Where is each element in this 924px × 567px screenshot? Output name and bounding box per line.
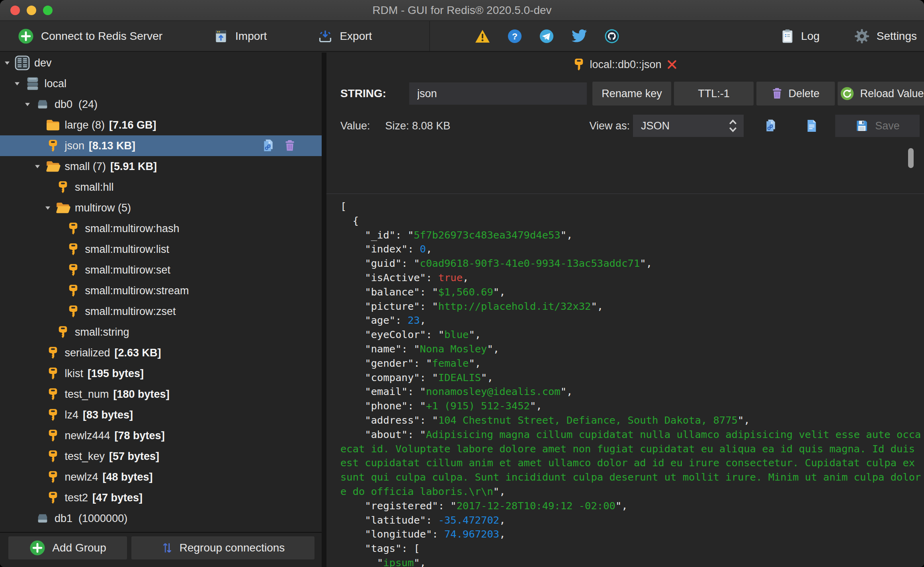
- code-line: est cupidatat cillum anim et amet ullamc…: [340, 456, 924, 470]
- twitter-icon[interactable]: [571, 29, 588, 44]
- tree-item-local[interactable]: local: [0, 73, 322, 94]
- trash-icon[interactable]: [284, 139, 295, 152]
- tree-item-size: [47 bytes]: [92, 492, 143, 504]
- tree-item-large-8-[interactable]: large (8)[7.16 GB]: [0, 115, 322, 135]
- tree-item-json[interactable]: json[8.13 KB]: [0, 135, 322, 156]
- tree-item-test2[interactable]: test2[47 bytes]: [0, 487, 322, 508]
- key-icon: [43, 346, 63, 360]
- connect-to-redis-server-button[interactable]: Connect to Redis Server: [18, 28, 162, 45]
- tree-item-small-multirow-stream[interactable]: small:multirow:stream: [0, 280, 322, 301]
- scrollbar-thumb[interactable]: [908, 148, 914, 168]
- help-icon[interactable]: ?: [507, 29, 522, 44]
- code-line: "company": "IDEALIS",: [340, 371, 924, 385]
- key-icon: [63, 243, 83, 256]
- warning-icon[interactable]: [475, 29, 490, 43]
- tree-item-test-key[interactable]: test_key[57 bytes]: [0, 446, 322, 467]
- tree-item-dev[interactable]: dev: [0, 53, 322, 73]
- export-icon: [318, 28, 333, 44]
- tab-title: local::db0::json: [590, 59, 661, 71]
- expand-arrow-icon[interactable]: [22, 101, 33, 108]
- close-tab-icon[interactable]: [666, 59, 678, 70]
- reload-value-button[interactable]: Reload Value: [838, 82, 924, 106]
- tree-item-newlz4[interactable]: newlz4[48 bytes]: [0, 467, 322, 487]
- toolbar-right: Log Settings: [781, 28, 924, 44]
- expand-arrow-icon[interactable]: [12, 80, 23, 87]
- value-label: Value:: [340, 120, 370, 132]
- expand-arrow-icon[interactable]: [32, 163, 43, 170]
- key-icon: [43, 450, 63, 463]
- toolbar-status-icons: ?: [430, 29, 619, 44]
- key-name-input[interactable]: [409, 82, 587, 105]
- close-window-button[interactable]: [10, 6, 20, 15]
- tree-item-label: small:multirow:zset: [85, 305, 176, 318]
- regroup-connections-button[interactable]: Regroup connections: [131, 536, 315, 559]
- tree-item-size: [180 bytes]: [113, 388, 170, 401]
- tree-item-db1[interactable]: db1(1000000): [0, 508, 322, 529]
- view-as-dropdown[interactable]: JSON: [633, 115, 744, 137]
- key-row: STRING: Rename key TTL:-1 Delete Reload …: [326, 76, 924, 111]
- tree-item-label: lkist: [65, 368, 84, 380]
- tree-item-small-hll[interactable]: small:hll: [0, 177, 322, 197]
- key-icon: [63, 284, 83, 297]
- connection-tree: devlocaldb0(24)large (8)[7.16 GB]json[8.…: [0, 53, 322, 532]
- telegram-icon[interactable]: [539, 29, 554, 44]
- tree-item-label: serialized: [65, 347, 110, 359]
- tree-item-size: [78 bytes]: [115, 430, 165, 442]
- tree-item-newlz444[interactable]: newlz444[78 bytes]: [0, 425, 322, 446]
- tree-item-size: [57 bytes]: [109, 450, 159, 463]
- tree-item-small-multirow-hash[interactable]: small:multirow:hash: [0, 218, 322, 239]
- tree-item-serialized[interactable]: serialized[2.63 KB]: [0, 342, 322, 363]
- ttl-button[interactable]: TTL:-1: [674, 82, 754, 106]
- tree-item-small-7-[interactable]: small (7)[5.91 KB]: [0, 156, 322, 177]
- minimize-window-button[interactable]: [27, 6, 36, 15]
- svg-text:?: ?: [512, 31, 518, 41]
- copy-key-icon[interactable]: [262, 139, 275, 153]
- gear-icon: [854, 28, 870, 44]
- github-icon[interactable]: [604, 29, 619, 44]
- key-icon: [43, 471, 63, 484]
- tree-item-small-multirow-zset[interactable]: small:multirow:zset: [0, 301, 322, 322]
- key-icon: [53, 326, 73, 339]
- delete-key-button[interactable]: Delete: [756, 82, 835, 106]
- tab-bar: local::db0::json: [326, 53, 924, 76]
- expand-arrow-icon[interactable]: [42, 205, 53, 211]
- code-line: "age": 23,: [340, 313, 924, 328]
- code-line: "guid": "c0ad9618-90f3-41e0-9934-13ac53a…: [340, 256, 924, 271]
- tree-item-actions: [262, 139, 295, 153]
- tree-item-label: json: [65, 140, 85, 152]
- value-text-editor[interactable]: [ { "_id": "5f7b26973c483ea3479d4e53", "…: [326, 194, 924, 567]
- tree-item-multirow-5-[interactable]: multirow (5): [0, 197, 322, 218]
- tree-item-small-multirow-list[interactable]: small:multirow:list: [0, 239, 322, 260]
- tree-item-label: small:multirow:list: [85, 243, 170, 256]
- add-group-button[interactable]: Add Group: [8, 536, 127, 559]
- tree-item-size: [195 bytes]: [88, 368, 144, 380]
- tree-item-db0[interactable]: db0(24): [0, 94, 322, 115]
- save-button[interactable]: Save: [835, 115, 920, 137]
- export-button[interactable]: Export: [318, 28, 372, 44]
- code-line: "ipsum",: [340, 556, 924, 567]
- tree-item-size: [2.63 KB]: [115, 347, 161, 359]
- settings-button[interactable]: Settings: [854, 28, 917, 44]
- expand-arrow-icon[interactable]: [2, 60, 12, 66]
- tree-item-lz4[interactable]: lz4[83 bytes]: [0, 405, 322, 425]
- tree-item-label: small:multirow:stream: [85, 285, 189, 297]
- code-line: "email": "nonamosley@idealis.com",: [340, 385, 924, 399]
- tab-local-db0-json[interactable]: local::db0::json: [573, 58, 677, 71]
- database-icon: [23, 76, 43, 92]
- tree-item-label: test_key: [65, 450, 105, 463]
- rename-key-button[interactable]: Rename key: [592, 82, 671, 106]
- tree-item-small-string[interactable]: small:string: [0, 322, 322, 342]
- tree-item-small-multirow-set[interactable]: small:multirow:set: [0, 260, 322, 280]
- code-line: "index": 0,: [340, 242, 924, 256]
- folder-open-icon: [53, 200, 73, 216]
- import-button[interactable]: Import: [213, 28, 267, 44]
- log-button[interactable]: Log: [781, 29, 820, 44]
- tree-item-db2[interactable]: db2(0): [0, 529, 322, 532]
- tree-item-lkist[interactable]: lkist[195 bytes]: [0, 363, 322, 384]
- code-line: "isActive": true,: [340, 271, 924, 285]
- sidebar-splitter[interactable]: [322, 53, 326, 567]
- zoom-window-button[interactable]: [43, 6, 53, 15]
- view-raw-button[interactable]: [806, 119, 818, 133]
- tree-item-test-num[interactable]: test_num[180 bytes]: [0, 384, 322, 405]
- copy-value-button[interactable]: [764, 119, 777, 133]
